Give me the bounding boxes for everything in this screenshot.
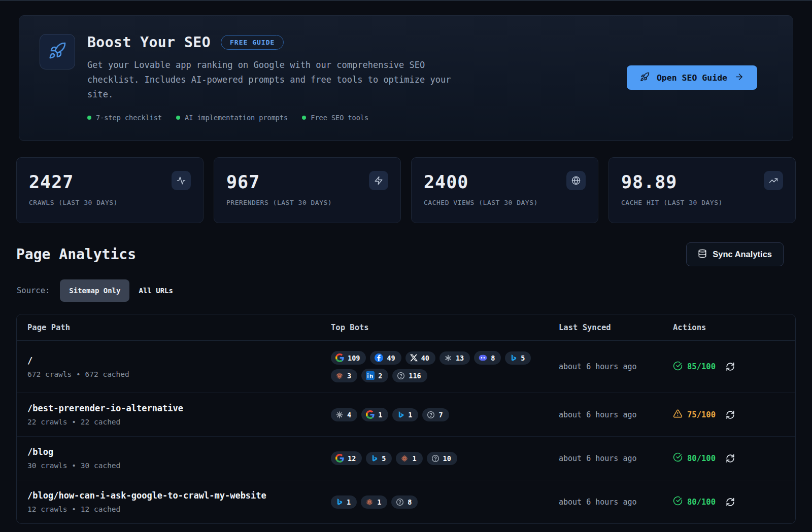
seo-banner: Boost Your SEO FREE GUIDE Get your Lovab… xyxy=(19,15,793,141)
refresh-icon[interactable] xyxy=(726,454,735,463)
check-circle-icon xyxy=(673,452,683,464)
linkedin-icon xyxy=(366,371,375,380)
bot-badge-starburst: 4 xyxy=(331,408,357,421)
green-dot-icon xyxy=(87,116,91,120)
bot-count: 1 xyxy=(377,498,381,506)
refresh-icon[interactable] xyxy=(726,362,735,371)
bot-badge-facebook: 49 xyxy=(370,351,401,365)
page-path: /blog xyxy=(27,447,331,457)
table-row: /blog/how-can-i-ask-google-to-crawl-my-w… xyxy=(17,480,795,523)
bot-badge-google: 109 xyxy=(331,351,366,365)
source-option-sitemap-only[interactable]: Sitemap Only xyxy=(60,279,129,302)
refresh-icon[interactable] xyxy=(726,410,735,419)
sync-analytics-button[interactable]: Sync Analytics xyxy=(686,242,784,266)
stat-label: PRERENDERS (LAST 30 DAYS) xyxy=(226,199,388,206)
table-header: Page Path Top Bots Last Synced Actions xyxy=(17,314,795,341)
bot-count: 5 xyxy=(521,354,525,362)
score-value: 75/100 xyxy=(687,410,716,419)
claude-icon xyxy=(400,454,409,463)
stat-card-cache-hit: 98.89 CACHE HIT (LAST 30 DAYS) xyxy=(608,157,796,223)
bot-badge-bing: 1 xyxy=(331,495,357,509)
open-seo-guide-button[interactable]: Open SEO Guide xyxy=(627,65,757,90)
rocket-icon-box xyxy=(40,34,75,69)
score-value: 85/100 xyxy=(687,362,716,371)
source-option-all-urls[interactable]: All URLs xyxy=(129,279,182,302)
free-guide-badge: FREE GUIDE xyxy=(221,35,284,50)
bot-count: 40 xyxy=(421,354,429,362)
bot-badges: 118 xyxy=(331,495,554,509)
page-meta: 672 crawls • 672 cached xyxy=(27,370,331,378)
bot-badge-google: 1 xyxy=(361,408,388,421)
bing-icon xyxy=(397,411,404,418)
page-meta: 22 crawls • 22 cached xyxy=(27,418,331,426)
bullet-label: 7-step checklist xyxy=(96,114,162,122)
check-circle-icon xyxy=(673,361,683,373)
stat-value: 2427 xyxy=(29,172,191,192)
refresh-icon[interactable] xyxy=(726,498,735,507)
bot-badge-discord: 8 xyxy=(474,351,501,365)
bot-count: 5 xyxy=(382,454,386,463)
bot-badge-bing: 5 xyxy=(505,351,531,365)
bot-count: 4 xyxy=(347,411,351,419)
stat-value: 98.89 xyxy=(621,172,783,192)
bing-icon xyxy=(510,354,517,362)
bot-count: 8 xyxy=(408,498,412,506)
bot-count: 116 xyxy=(409,372,421,380)
facebook-icon xyxy=(375,353,383,362)
bullet-item: Free SEO tools xyxy=(302,114,368,122)
bing-icon xyxy=(335,498,343,506)
bot-badge-bing: 5 xyxy=(366,452,392,465)
bot-count: 13 xyxy=(456,354,464,362)
bot-badge-x: 40 xyxy=(405,351,435,365)
last-synced: about 6 hours ago xyxy=(559,498,673,507)
bot-badge-linkedin: 2 xyxy=(361,369,388,382)
header-last-synced: Last Synced xyxy=(559,323,673,332)
bot-badge-unknown: 116 xyxy=(392,369,427,382)
header-top-bots: Top Bots xyxy=(331,323,559,332)
lightning-icon xyxy=(369,171,388,190)
arrow-right-icon xyxy=(734,72,744,84)
page-path: /best-prerender-io-alternative xyxy=(27,403,331,413)
activity-icon xyxy=(172,171,191,190)
last-synced: about 6 hours ago xyxy=(559,410,673,419)
page-path: / xyxy=(27,356,331,366)
x-icon xyxy=(410,354,418,362)
bot-badge-google: 12 xyxy=(331,451,362,465)
bullet-item: 7-step checklist xyxy=(87,114,162,122)
stat-card-crawls: 2427 CRAWLS (LAST 30 DAYS) xyxy=(16,157,204,223)
bing-icon xyxy=(370,454,378,462)
bot-badges: 125110 xyxy=(331,451,554,465)
table-row: /best-prerender-io-alternative 22 crawls… xyxy=(17,393,795,437)
bot-count: 1 xyxy=(408,411,412,419)
unknown-icon xyxy=(427,411,435,419)
page-meta: 30 crawls • 30 cached xyxy=(27,462,331,470)
seo-score: 80/100 xyxy=(673,496,716,508)
bot-badges: 1094940138532116 xyxy=(331,351,554,382)
unknown-icon xyxy=(397,372,405,380)
last-synced: about 6 hours ago xyxy=(559,454,673,463)
openai-icon xyxy=(444,354,452,362)
claude-icon xyxy=(365,498,374,506)
bot-count: 12 xyxy=(348,454,356,463)
page-analytics-title: Page Analytics xyxy=(16,246,136,263)
bot-count: 1 xyxy=(378,411,382,419)
rocket-icon xyxy=(640,72,650,84)
table-row: /blog 30 crawls • 30 cached 125110 about… xyxy=(17,437,795,480)
bot-badge-unknown: 10 xyxy=(427,452,457,465)
banner-title: Boost Your SEO xyxy=(87,34,211,51)
bot-count: 8 xyxy=(491,354,495,362)
trending-up-icon xyxy=(764,171,783,190)
sync-button-label: Sync Analytics xyxy=(713,250,772,259)
header-actions: Actions xyxy=(673,323,795,332)
green-dot-icon xyxy=(176,116,180,120)
bot-badge-openai: 13 xyxy=(439,351,470,365)
green-dot-icon xyxy=(302,116,306,120)
bot-count: 2 xyxy=(378,372,382,380)
bot-badge-claude: 3 xyxy=(331,369,357,382)
table-row: / 672 crawls • 672 cached 10949401385321… xyxy=(17,341,795,393)
seo-score: 80/100 xyxy=(673,452,716,464)
bot-count: 49 xyxy=(387,354,395,362)
bot-badge-claude: 1 xyxy=(396,452,422,465)
google-icon xyxy=(366,410,375,419)
stat-card-cached-views: 2400 CACHED VIEWS (LAST 30 DAYS) xyxy=(411,157,598,223)
